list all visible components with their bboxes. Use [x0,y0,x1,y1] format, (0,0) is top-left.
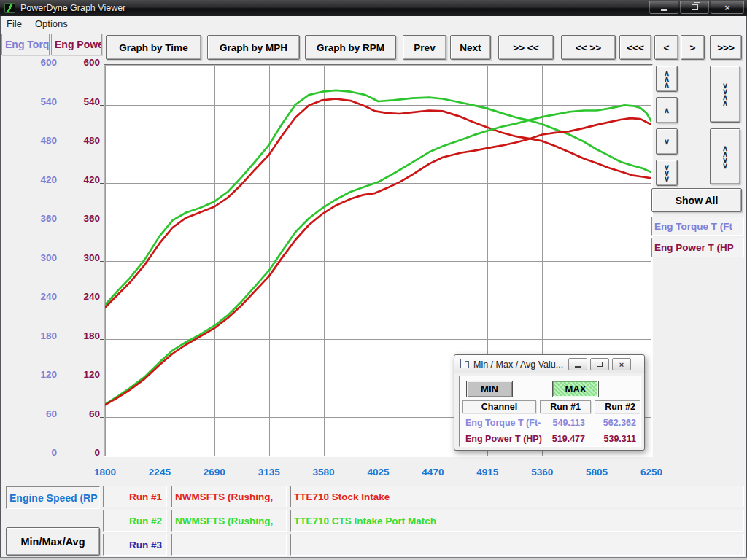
power-tick-540: 540 [61,96,100,109]
scroll-up-fast-button[interactable]: ∧∧∧ [656,66,678,92]
rpm-tick-4915: 4915 [466,466,508,478]
values-restore-button[interactable] [590,358,609,370]
power-tick-360: 360 [61,212,100,225]
ffwd-button[interactable]: >>> [710,35,742,60]
window-bottom-edge [0,557,747,560]
min-button[interactable]: MIN [466,381,513,397]
torque-tick-120: 120 [3,368,57,381]
run-field1-run-3[interactable] [171,534,287,556]
scroll-down-fast-button[interactable]: ∨∨∨ [656,160,678,186]
minimize-button[interactable] [649,1,678,14]
rpm-tick-2245: 2245 [139,466,181,478]
fwd-back-button[interactable]: >> << [498,35,554,60]
window-title: PowerDyne Graph Viewer [20,3,125,13]
values-minimize-button[interactable] [568,358,587,370]
rpm-tick-2690: 2690 [193,466,236,478]
rpm-tick-6250: 6250 [630,466,673,478]
run-field2-run-1[interactable]: TTE710 Stock Intake [290,486,744,508]
torque-tick-600: 600 [3,56,57,69]
run-field1-run-2[interactable]: NWMSFTS (Rushing, [171,510,287,532]
graph-rpm-button[interactable]: Graph by RPM [305,35,396,60]
run-label-run-3[interactable]: Run #3 [103,534,167,556]
values-window-title: Min / Max / Avg Valu... [473,359,563,370]
power-tick-180: 180 [61,330,100,343]
run-field2-run-3[interactable] [290,534,744,556]
rew-button[interactable]: <<< [619,35,651,60]
power-tick-0: 0 [61,446,100,459]
toolbar: Graph by TimeGraph by MPHGraph by RPMPre… [106,35,742,60]
torque-channel-label[interactable]: Eng Torque T (Ft [651,217,744,236]
minimize-icon [575,366,581,368]
power-tick-300: 300 [61,252,100,265]
close-button[interactable]: × [711,1,744,14]
title-bar: PowerDyne Graph Viewer × [0,0,747,16]
power-tick-120: 120 [61,368,100,381]
values-close-button[interactable]: × [612,358,631,370]
window-left-edge [0,16,1,557]
values-run2-value: 562.362 [595,418,636,428]
values-run1-value: 549.113 [540,418,585,428]
power-axis-button[interactable]: Eng Powe [51,34,102,55]
rpm-tick-5805: 5805 [576,466,618,478]
graph-mph-button[interactable]: Graph by MPH [207,35,300,60]
curve-1 [105,99,651,308]
values-run1-value: 519.477 [540,434,585,444]
power-tick-240: 240 [61,290,100,303]
max-button[interactable]: MAX [552,381,599,397]
values-header-run-1: Run #1 [540,400,591,413]
minimize-icon [661,9,667,11]
prev-button[interactable]: Prev [403,35,446,60]
graph-time-button[interactable]: Graph by Time [106,35,201,60]
power-tick-600: 600 [61,56,100,69]
torque-tick-60: 60 [3,408,57,421]
values-window-titlebar[interactable]: Min / Max / Avg Valu... × [454,355,644,373]
values-run2-value: 539.311 [595,434,636,444]
restore-button[interactable] [680,1,709,14]
scroll-up-button[interactable]: ∧ [656,97,678,123]
torque-tick-480: 480 [3,134,57,147]
right-button[interactable]: > [681,35,705,60]
run-label-run-2[interactable]: Run #2 [103,510,167,532]
rpm-tick-5360: 5360 [521,466,563,478]
torque-tick-0: 0 [3,446,57,459]
power-channel-label[interactable]: Eng Power T (HP [651,238,744,257]
show-all-button[interactable]: Show All [651,188,742,212]
torque-tick-540: 540 [3,96,57,109]
values-window-icon [460,361,469,368]
x-channel-button[interactable]: Engine Speed (RP [6,486,100,509]
curve-0 [105,90,651,305]
rpm-tick-1800: 1800 [84,466,126,478]
values-header-run-2: Run #2 [595,400,641,413]
rpm-tick-3580: 3580 [303,466,345,478]
restore-icon [597,362,603,367]
menu-options[interactable]: Options [28,16,74,31]
values-table: MIN MAX ChannelRun #1Run #2 Eng Torque T… [459,376,641,447]
power-tick-420: 420 [61,174,100,187]
rpm-tick-4470: 4470 [411,466,454,478]
next-button[interactable]: Next [450,35,491,60]
power-tick-480: 480 [61,134,100,147]
run-field1-run-1[interactable]: NWMSFTS (Rushing, [171,486,287,508]
app-icon [4,3,15,13]
run-field2-run-2[interactable]: TTE710 CTS Intake Port Match [290,510,744,532]
restore-icon [692,4,698,10]
back-fwd-button[interactable]: << >> [561,35,616,60]
scroll-down-button[interactable]: ∨ [656,128,678,155]
minmaxavg-button[interactable]: Min/Max/Avg [6,527,100,556]
torque-tick-300: 300 [3,252,57,265]
values-row-channel: Eng Power T (HP) [465,434,542,444]
rpm-tick-4025: 4025 [357,466,400,478]
expand-scale-button[interactable]: ∧∧∨∨ [710,128,740,184]
torque-tick-180: 180 [3,330,57,343]
run-label-run-1[interactable]: Run #1 [103,486,167,508]
torque-tick-360: 360 [3,212,57,225]
torque-axis-button[interactable]: Eng Torq [1,34,50,55]
collapse-scale-button[interactable]: ∨∨∧∧ [710,66,740,122]
rpm-tick-3135: 3135 [248,466,290,478]
left-button[interactable]: < [654,35,678,60]
minmax-values-window[interactable]: Min / Max / Avg Valu... × MIN MAX Channe… [454,354,645,451]
app-window: PowerDyne Graph Viewer × FileOptions Eng… [0,0,747,560]
menu-file[interactable]: File [0,16,28,31]
torque-tick-240: 240 [3,290,57,303]
menu-bar: FileOptions [0,16,747,31]
